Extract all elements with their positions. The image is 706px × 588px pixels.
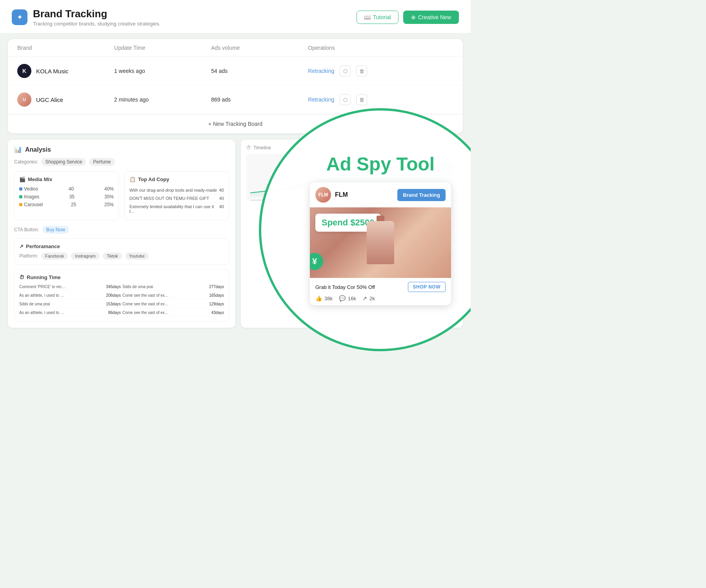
circle-inner: Ad Spy Tool FLM FLM Brand Tracking Spend… bbox=[261, 111, 471, 349]
shop-now-button[interactable]: SHOP NOW bbox=[408, 282, 446, 292]
media-row-1: Images 35 35% bbox=[19, 194, 114, 200]
top-ad-copy-card: 📋 Top Ad Copy With our drag-and-drop too… bbox=[124, 171, 229, 220]
share-count: 2k bbox=[369, 296, 375, 301]
col-ads-volume: Ads volume bbox=[211, 45, 308, 51]
media-row-2: Carousel 25 25% bbox=[19, 202, 114, 207]
book-icon: 📖 bbox=[364, 14, 371, 20]
bottom-section: 📊 Analysis Categories: Shopping Service … bbox=[8, 140, 463, 328]
creative-new-button[interactable]: ⊕ Creative New bbox=[403, 11, 459, 24]
running-row-6: Come see the vast of experienti... 129da… bbox=[122, 301, 224, 308]
categories-row: Categories: Shopping Service Perfume bbox=[14, 158, 229, 166]
avatar-ugc: U bbox=[17, 93, 31, 107]
like-count: 38k bbox=[324, 296, 333, 301]
header-left: ✦ Brand Tracking Tracking competitor bra… bbox=[12, 8, 160, 27]
ad-card-footer-top: Grab it Today Cor 50% Off SHOP NOW bbox=[315, 282, 446, 292]
analysis-title: 📊 Analysis bbox=[14, 146, 229, 153]
delete-icon-kola[interactable]: 🗑 bbox=[356, 65, 367, 76]
running-time-title: ⏱ Running Time bbox=[19, 274, 224, 280]
header: ✦ Brand Tracking Tracking competitor bra… bbox=[0, 0, 471, 33]
delete-icon-ugc[interactable]: 🗑 bbox=[356, 94, 367, 105]
retrack-button-ugc[interactable]: Retracking bbox=[308, 96, 334, 103]
dot-orange bbox=[19, 203, 22, 206]
running-row-3: As an athlete, i used to get H... 86days bbox=[19, 309, 121, 316]
copy-icon: 📋 bbox=[129, 176, 136, 182]
header-actions: 📖 Tutorial ⊕ Creative New bbox=[357, 11, 459, 24]
chart-icon: 📊 bbox=[14, 146, 22, 153]
cta-value: Buy Now bbox=[42, 226, 69, 234]
running-row-1: As an athlete, i used to get H... 206day… bbox=[19, 292, 121, 299]
performance-title: ↗ Perforamance bbox=[19, 243, 224, 249]
ad-card-avatar: FLM bbox=[315, 187, 331, 203]
ad-stat-comments: 💬 16k bbox=[339, 295, 356, 301]
ad-card-header: FLM FLM Brand Tracking bbox=[310, 182, 451, 207]
update-time-kola: 1 weeks ago bbox=[114, 68, 211, 74]
retrack-button-kola[interactable]: Retracking bbox=[308, 68, 334, 74]
platform-instagram[interactable]: Instragram bbox=[71, 252, 100, 260]
media-row-0: Vedios 40 40% bbox=[19, 186, 114, 192]
ad-copy-item-1: DON'T MISS OUT ON TEMU FREE GIFT 40 bbox=[129, 194, 224, 203]
like-icon: 👍 bbox=[315, 295, 322, 301]
dot-blue bbox=[19, 187, 22, 191]
media-adcopy-row: 🎬 Media Mix Vedios 40 40% Images 35 35% … bbox=[14, 171, 229, 220]
ad-card-brand-name: FLM bbox=[335, 191, 397, 198]
perf-icon: ↗ bbox=[19, 243, 24, 249]
avatar-kola: K bbox=[17, 64, 31, 78]
platform-facebook[interactable]: Facebook bbox=[41, 252, 68, 260]
page-title: Brand Tracking bbox=[33, 8, 160, 20]
ads-volume-kola: 54 ads bbox=[211, 68, 308, 74]
ad-stat-shares: ↗ 2k bbox=[362, 295, 375, 301]
brand-cell-ugc: U UGC Alice bbox=[17, 93, 114, 107]
col-brand: Brand bbox=[17, 45, 114, 51]
ad-copy-item-0: With our drag-and-drop tools and ready-m… bbox=[129, 186, 224, 194]
category-tag-1[interactable]: Perfume bbox=[89, 158, 115, 166]
brand-name-kola: KOLA Music bbox=[36, 68, 69, 74]
media-mix-title: 🎬 Media Mix bbox=[19, 176, 114, 182]
perfume-cap bbox=[377, 216, 384, 221]
category-tag-0[interactable]: Shopping Service bbox=[41, 158, 86, 166]
platform-youtube[interactable]: Youtube bbox=[125, 252, 149, 260]
perfume-visual bbox=[367, 221, 394, 264]
brand-tracking-button[interactable]: Brand Tracking bbox=[397, 189, 446, 201]
ad-stats: 👍 38k 💬 16k ↗ 2k bbox=[315, 295, 446, 301]
ad-spy-title: Ad Spy Tool bbox=[326, 154, 435, 175]
yen-icon: ¥ bbox=[310, 253, 323, 270]
ad-card: FLM FLM Brand Tracking Spend $2500 ¥ bbox=[310, 182, 451, 305]
comment-icon: 💬 bbox=[339, 295, 346, 301]
header-title-block: Brand Tracking Tracking competitor brand… bbox=[33, 8, 160, 27]
comment-count: 16k bbox=[348, 296, 356, 301]
col-update-time: Update Time bbox=[114, 45, 211, 51]
timeline-label: Timeline bbox=[253, 145, 271, 151]
ad-copy-list: With our drag-and-drop tools and ready-m… bbox=[129, 186, 224, 215]
share-icon: ↗ bbox=[362, 295, 367, 301]
ad-stat-likes: 👍 38k bbox=[315, 295, 333, 301]
top-ad-copy-title: 📋 Top Ad Copy bbox=[129, 176, 224, 182]
platform-row: Platform: Facebook Instragram Tiktok You… bbox=[19, 252, 224, 260]
running-row-2: Sdds de uma prai 153days bbox=[19, 301, 121, 308]
media-mix-card: 🎬 Media Mix Vedios 40 40% Images 35 35% … bbox=[14, 171, 119, 220]
perfume-bottle-icon bbox=[367, 221, 394, 264]
cta-row: CTA Button: Buy Now bbox=[14, 226, 229, 234]
ops-kola: Retracking ⬡ 🗑 bbox=[308, 65, 453, 76]
platform-tags: Facebook Instragram Tiktok Youtube bbox=[41, 252, 149, 260]
ops-ugc: Retracking ⬡ 🗑 bbox=[308, 94, 453, 105]
update-time-ugc: 2 minutes ago bbox=[114, 96, 211, 103]
clock-icon: ⏱ bbox=[19, 274, 24, 280]
categories-label: Categories: bbox=[14, 159, 38, 165]
export-icon-ugc[interactable]: ⬡ bbox=[340, 94, 351, 105]
timeline-icon: ⏱ bbox=[246, 145, 251, 151]
analysis-panel: 📊 Analysis Categories: Shopping Service … bbox=[8, 140, 235, 328]
dot-green bbox=[19, 195, 22, 198]
cta-label: CTA Button: bbox=[14, 227, 39, 232]
page-subtitle: Tracking competitor brands, studying cre… bbox=[33, 21, 160, 27]
brand-cell-kola: K KOLA Music bbox=[17, 64, 114, 78]
running-row-7: Come see the vast of experienti... 43day… bbox=[122, 309, 224, 316]
platform-tiktok[interactable]: Tiktok bbox=[103, 252, 122, 260]
app-logo-icon: ✦ bbox=[12, 9, 27, 25]
ads-volume-ugc: 869 ads bbox=[211, 96, 308, 103]
plus-icon: ⊕ bbox=[411, 14, 416, 20]
timeline-label-0: 2023/07 bbox=[250, 199, 263, 201]
export-icon-kola[interactable]: ⬡ bbox=[340, 65, 351, 76]
tutorial-button[interactable]: 📖 Tutorial bbox=[357, 11, 398, 24]
brand-name-ugc: UGC Alice bbox=[36, 96, 63, 103]
running-time-grid: Comment 'PRICE' to receive th... 345days… bbox=[19, 283, 224, 316]
